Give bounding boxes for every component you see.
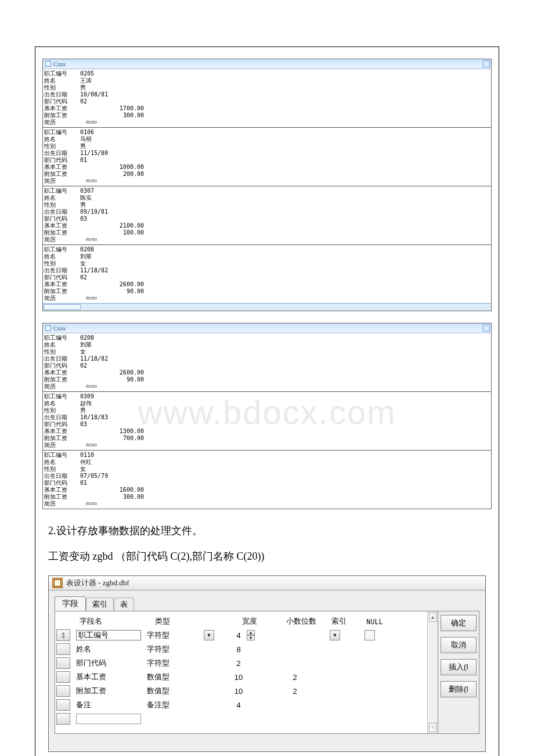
field-type-cell: 字符型 — [147, 658, 228, 668]
row-handle[interactable]: ‡ — [56, 629, 70, 641]
field-width-cell: 4 — [228, 701, 272, 710]
field-decimals-cell: 2 — [272, 673, 317, 682]
paragraph-2: 工资变动 zgbd （部门代码 C(2),部门名称 C(20)) — [48, 546, 486, 566]
header-index: 索引 — [331, 616, 366, 627]
field-name-cell: 部门代码 — [71, 658, 147, 668]
scroll-up-icon[interactable]: ▲ — [429, 613, 436, 622]
header-type: 类型 — [155, 616, 236, 627]
employee-record: 职工编号0208姓名刘翠性别女出生日期11/18/82部门代码02基本工资260… — [43, 333, 491, 392]
field-width-cell: 10 — [228, 673, 272, 682]
row-handle[interactable] — [56, 643, 70, 655]
tab-fields[interactable]: 字段 — [55, 596, 86, 611]
field-type-cell: 字符型▼ — [147, 630, 228, 640]
field-row: ‡字符型▼4▲▼▼ — [55, 628, 427, 642]
designer-titlebar: 表设计器 - zgbd.dbf — [49, 576, 485, 591]
ok-button[interactable]: 确定 — [441, 615, 477, 631]
row-handle[interactable] — [56, 713, 70, 725]
field-name-cell: 备注 — [71, 700, 147, 710]
field-width-cell: 2 — [228, 659, 272, 668]
employee-record: 职工编号0309姓名赵伟性别男出生日期10/18/83部门代码03基本工资130… — [43, 392, 491, 451]
field-width-cell: 10 — [228, 687, 272, 696]
employee-record: 职工编号0106姓名马明性别男出生日期11/15/80部门代码01基本工资100… — [43, 128, 491, 186]
table-designer-window: 表设计器 - zgbd.dbf 字段 索引 表 字段名 类型 宽度 — [48, 575, 486, 752]
field-name-cell: 基本工资 — [71, 672, 147, 682]
window-button[interactable] — [483, 60, 490, 67]
row-handle[interactable] — [56, 699, 70, 711]
window-title: Czzu — [53, 325, 66, 332]
field-row: 姓名字符型8 — [55, 642, 427, 656]
delete-button[interactable]: 删除(I — [441, 681, 477, 697]
blank-field-row — [55, 712, 427, 726]
field-decimals-cell: 2 — [272, 687, 317, 696]
index-dropdown[interactable]: ▼ — [330, 630, 340, 640]
employee-record: 职工编号0208姓名刘翠性别女出生日期11/18/82部门代码02基本工资260… — [43, 245, 491, 303]
blank-field-input[interactable] — [76, 714, 141, 724]
field-type-cell: 字符型 — [147, 644, 228, 654]
paragraph-1: 2.设计存放事物数据的处理文件。 — [48, 521, 486, 541]
record-list: 职工编号0205姓名王涛性别男出生日期10/08/81部门代码02基本工资170… — [43, 69, 491, 303]
insert-button[interactable]: 插入(I — [441, 659, 477, 675]
row-handle[interactable] — [56, 671, 70, 683]
record-list: 职工编号0208姓名刘翠性别女出生日期11/18/82部门代码02基本工资260… — [43, 333, 491, 509]
row-handle[interactable] — [56, 685, 70, 697]
grid-header: 字段名 类型 宽度 小数位数 索引 NULL — [55, 611, 427, 628]
field-width-cell: 4▲▼ — [228, 630, 272, 640]
row-handle[interactable] — [56, 657, 70, 669]
designer-icon — [52, 578, 63, 588]
fields-grid: 字段名 类型 宽度 小数位数 索引 NULL ‡字符型▼4▲▼▼姓名字符型8部门… — [55, 611, 479, 734]
designer-title: 表设计器 - zgbd.dbf — [66, 578, 129, 588]
field-type-cell: 数值型 — [147, 672, 228, 682]
tab-index[interactable]: 索引 — [86, 597, 114, 611]
window-titlebar: Czzu — [43, 59, 491, 69]
grid-scrollbar[interactable]: ▲ ▼ — [427, 611, 438, 733]
field-width-cell: 8 — [228, 645, 272, 654]
window-titlebar: Czzu — [43, 323, 491, 333]
scroll-down-icon[interactable]: ▼ — [429, 723, 436, 732]
field-type-cell: 数值型 — [147, 686, 228, 696]
header-null: NULL — [366, 618, 401, 627]
field-row: 部门代码字符型2 — [55, 656, 427, 670]
type-dropdown[interactable]: ▼ — [204, 630, 214, 640]
data-window-2: Czzu 职工编号0208姓名刘翠性别女出生日期11/18/82部门代码02基本… — [42, 323, 492, 509]
window-title: Czzu — [53, 61, 66, 67]
window-icon — [45, 325, 51, 331]
window-button[interactable] — [483, 325, 490, 332]
header-decimals: 小数位数 — [286, 616, 331, 627]
null-checkbox[interactable] — [365, 630, 375, 640]
window-icon — [45, 61, 51, 67]
employee-record: 职工编号0110姓名何红性别女出生日期07/05/79部门代码01基本工资160… — [43, 451, 491, 509]
width-spinner[interactable]: ▲▼ — [247, 630, 255, 640]
field-name-cell: 姓名 — [71, 644, 147, 654]
header-fieldname: 字段名 — [71, 616, 155, 627]
tab-table[interactable]: 表 — [114, 597, 134, 611]
data-window-1: Czzu 职工编号0205姓名王涛性别男出生日期10/08/81部门代码02基本… — [42, 59, 492, 311]
window-taskbar — [43, 303, 491, 311]
field-row: 备注备注型4 — [55, 698, 427, 712]
field-name-cell: 附加工资 — [71, 686, 147, 696]
field-type-cell: 备注型 — [147, 700, 228, 710]
employee-record: 职工编号0205姓名王涛性别男出生日期10/08/81部门代码02基本工资170… — [43, 69, 491, 128]
field-name-input[interactable] — [76, 630, 141, 640]
employee-record: 职工编号0307姓名陈实性别男出生日期09/10/81部门代码03基本工资210… — [43, 186, 491, 245]
taskbar-item[interactable] — [44, 304, 81, 310]
designer-button-column: 确定 取消 插入(I 删除(I — [438, 611, 479, 733]
field-row: 附加工资数值型102 — [55, 684, 427, 698]
field-row: 基本工资数值型102 — [55, 670, 427, 684]
header-width: 宽度 — [236, 616, 286, 627]
designer-tabs: 字段 索引 表 — [55, 596, 479, 611]
cancel-button[interactable]: 取消 — [441, 637, 477, 653]
